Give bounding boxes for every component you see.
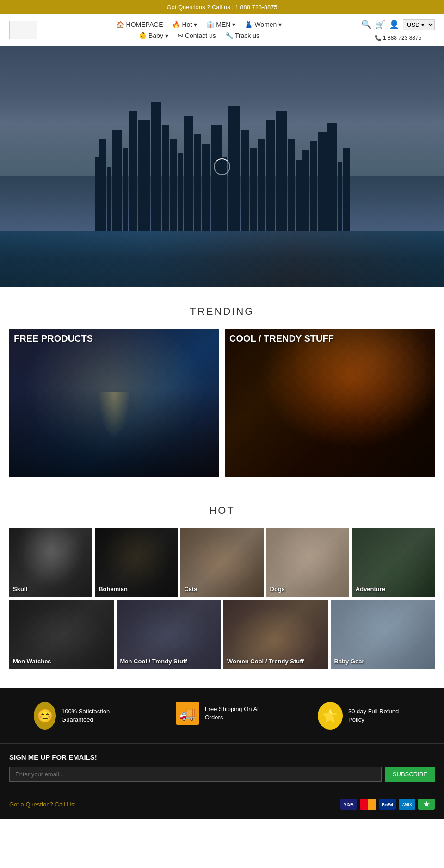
payment-visa: VISA [340, 799, 357, 810]
men-icon: 👔 [206, 21, 214, 28]
loading-spinner [214, 158, 230, 175]
trending-card-free-label: FREE PRODUCTS [9, 329, 98, 349]
hot-card-women-cool-label: Women Cool / Trendy Stuff [227, 658, 304, 666]
nav-men[interactable]: 👔 MEN ▾ [206, 21, 235, 28]
refund-icon: ⭐ [318, 702, 343, 730]
fire-icon: 🔥 [172, 21, 180, 28]
hot-card-skull[interactable]: Skull [9, 528, 92, 597]
top-bar-text: Got Questions ? Call us : 1 888 723-8875 [166, 4, 277, 11]
payment-other: ★ [418, 799, 435, 810]
footer-features: 😊 100% Satisfaction Guaranteed 🚚 Free Sh… [0, 688, 444, 743]
hot-card-adventure[interactable]: Adventure [352, 528, 435, 597]
baby-icon: 👶 [139, 32, 147, 39]
hot-card-men-cool-label: Men Cool / Trendy Stuff [120, 658, 187, 666]
hot-card-skull-label: Skull [13, 586, 27, 593]
nav-hot[interactable]: 🔥 Hot ▾ [172, 21, 197, 28]
phone-number: 📞 1 888 723 8875 [375, 35, 422, 41]
hot-card-watches[interactable]: Men Watches [9, 600, 114, 669]
feature-shipping: 🚚 Free Shipping On All Orders [176, 702, 268, 725]
feature-refund-text: 30 day Full Refund Policy [348, 707, 410, 724]
trending-card-cool-label: COOL / TRENDY STUFF [225, 329, 339, 349]
trending-title: TRENDING [9, 306, 435, 318]
hot-card-men-cool[interactable]: Men Cool / Trendy Stuff [117, 600, 221, 669]
hot-grid-row1: Skull Bohemian Cats Dogs [9, 528, 435, 597]
nav-homepage[interactable]: 🏠 HOMEPAGE [117, 21, 163, 28]
hot-card-watches-label: Men Watches [13, 658, 51, 666]
hot-card-adventure-label: Adventure [356, 586, 385, 593]
feature-refund: ⭐ 30 day Full Refund Policy [318, 702, 410, 730]
nav-baby[interactable]: 👶 Baby ▾ [139, 32, 168, 39]
hot-card-dogs[interactable]: Dogs [266, 528, 349, 597]
nav-contact[interactable]: ✉ Contact us [178, 32, 216, 39]
search-icon[interactable]: 🔍 [361, 19, 371, 30]
nav-row-1: 🏠 HOMEPAGE 🔥 Hot ▾ 👔 MEN ▾ 👗 Women ▾ [117, 19, 282, 30]
nav-women[interactable]: 👗 Women ▾ [245, 21, 282, 28]
hot-card-women-cool[interactable]: Women Cool / Trendy Stuff [223, 600, 328, 669]
payment-amex: AMEX [399, 799, 415, 810]
currency-selector[interactable]: USD ▾ [403, 19, 435, 30]
satisfaction-icon: 😊 [34, 702, 56, 730]
footer-bottom: Got a Question? Call Us: VISA MC PayPal … [0, 794, 444, 819]
cart-icon[interactable]: 🛒 [375, 19, 385, 30]
trending-card-free-bg [9, 329, 219, 477]
chevron-down-icon-3: ▾ [278, 21, 282, 28]
main-nav: 🏠 HOMEPAGE 🔥 Hot ▾ 👔 MEN ▾ 👗 Women ▾ 👶 [37, 19, 361, 41]
chevron-down-icon: ▾ [194, 21, 197, 28]
chevron-down-icon-4: ▾ [165, 32, 168, 39]
mail-icon: ✉ [178, 32, 183, 39]
chevron-down-icon-2: ▾ [232, 21, 235, 28]
track-icon: 🔧 [225, 32, 233, 39]
top-bar: Got Questions ? Call us : 1 888 723-8875 [0, 0, 444, 14]
email-signup: SIGN ME UP FOR EMAILS! SUBSCRIBE [0, 743, 444, 794]
hot-card-bohemian[interactable]: Bohemian [95, 528, 178, 597]
trending-section: TRENDING FREE PRODUCTS COOL / TRENDY STU… [0, 287, 444, 495]
email-input[interactable] [9, 767, 382, 782]
hot-card-baby[interactable]: Baby Gear [331, 600, 435, 669]
home-icon: 🏠 [117, 21, 124, 28]
header-right: 🔍 🛒 👤 USD ▾ 📞 1 888 723 8875 [361, 19, 435, 41]
nav-track[interactable]: 🔧 Track us [225, 32, 259, 39]
hot-card-baby-label: Baby Gear [334, 658, 364, 666]
logo[interactable] [9, 21, 37, 39]
hot-section: HOT Skull Bohemian Cats [0, 495, 444, 688]
email-row: SUBSCRIBE [9, 767, 435, 782]
trending-grid: FREE PRODUCTS COOL / TRENDY STUFF [9, 329, 435, 477]
header: 🏠 HOMEPAGE 🔥 Hot ▾ 👔 MEN ▾ 👗 Women ▾ 👶 [0, 14, 444, 46]
trending-card-cool-bg [225, 329, 435, 477]
feature-shipping-text: Free Shipping On All Orders [205, 705, 268, 722]
feature-satisfaction-text: 100% Satisfaction Guaranteed [62, 707, 126, 724]
trending-card-cool[interactable]: COOL / TRENDY STUFF [225, 329, 435, 477]
women-icon: 👗 [245, 21, 253, 28]
hero-water [0, 231, 444, 287]
account-icon[interactable]: 👤 [389, 19, 399, 30]
footer-question: Got a Question? Call Us: [9, 801, 76, 808]
hot-grid-row2: Men Watches Men Cool / Trendy Stuff Wome… [9, 600, 435, 669]
payment-mastercard: MC [360, 799, 376, 810]
feature-satisfaction: 😊 100% Satisfaction Guaranteed [34, 702, 126, 730]
hero-image [0, 46, 444, 287]
hot-title: HOT [9, 505, 435, 517]
hot-card-cats[interactable]: Cats [180, 528, 263, 597]
header-icons: 🔍 🛒 👤 USD ▾ [361, 19, 435, 30]
payment-paypal: PayPal [379, 799, 396, 810]
hot-card-cats-label: Cats [184, 586, 197, 593]
email-title: SIGN ME UP FOR EMAILS! [9, 753, 435, 761]
payment-icons: VISA MC PayPal AMEX ★ [340, 799, 435, 810]
subscribe-button[interactable]: SUBSCRIBE [385, 767, 435, 782]
nav-row-2: 👶 Baby ▾ ✉ Contact us 🔧 Track us [139, 30, 259, 41]
trending-card-free[interactable]: FREE PRODUCTS [9, 329, 219, 477]
shipping-icon: 🚚 [176, 702, 199, 725]
hot-card-dogs-label: Dogs [270, 586, 285, 593]
hot-card-bohemian-label: Bohemian [99, 586, 128, 593]
